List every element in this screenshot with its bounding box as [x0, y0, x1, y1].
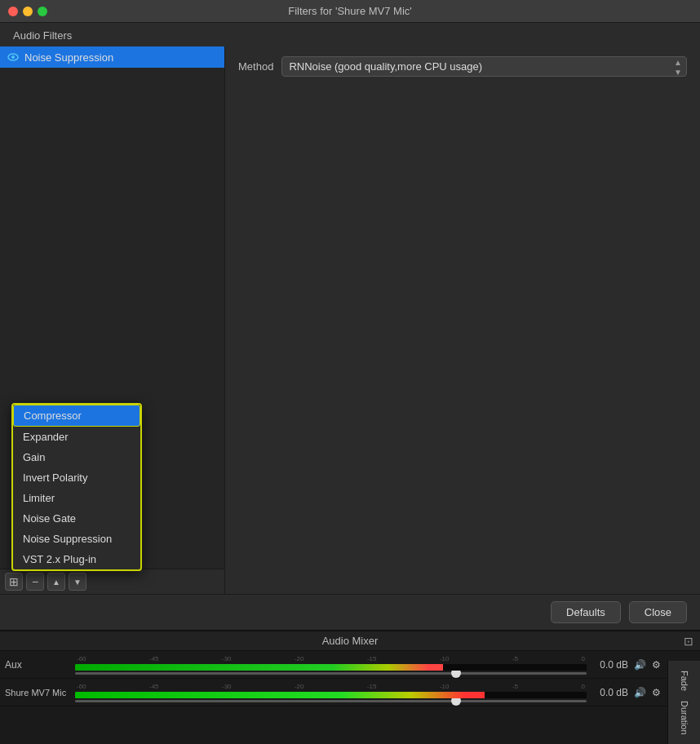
mixer-channel-aux: Aux -60 -45 -30 -20 -15 -10 -5 0	[0, 651, 667, 679]
down-icon: ▼	[73, 578, 82, 587]
mixer-window-icon[interactable]: ⊡	[684, 635, 693, 648]
channel-shure-meter	[75, 692, 587, 698]
add-icon: ⊞	[9, 575, 19, 588]
minimize-window-btn[interactable]	[23, 7, 33, 16]
channel-shure-slider[interactable]	[75, 700, 587, 702]
channel-aux-meter-container: -60 -45 -30 -20 -15 -10 -5 0	[75, 655, 587, 675]
dropdown-item-limiter[interactable]: Limiter	[13, 488, 140, 508]
dropdown-item-noise-gate[interactable]: Noise Gate	[13, 508, 140, 529]
mixer-channel-shure: Shure MV7 Mic -60 -45 -30 -20 -15 -10 -5…	[0, 679, 667, 706]
channel-aux-slider-row	[75, 672, 587, 675]
channel-shure-meter-container: -60 -45 -30 -20 -15 -10 -5 0	[75, 683, 587, 702]
channel-shure-scale: -60 -45 -30 -20 -15 -10 -5 0	[75, 683, 587, 690]
left-toolbar: ⊞ − ▲ ▼	[0, 569, 224, 594]
title-bar: Filters for 'Shure MV7 Mic'	[0, 0, 700, 23]
filter-item-noise-suppression[interactable]: Noise Suppression	[0, 46, 224, 68]
method-select-wrapper: RNNoise (good quality,more CPU usage)Spe…	[281, 56, 687, 77]
fade-button[interactable]: Fade	[678, 667, 691, 694]
dropdown-item-vst-plugin[interactable]: VST 2.x Plug-in	[13, 549, 140, 569]
eye-icon	[7, 51, 20, 64]
mixer-body: Aux -60 -45 -30 -20 -15 -10 -5 0	[0, 651, 700, 744]
side-buttons: Fade Duration	[667, 661, 700, 744]
channel-aux-name: Aux	[5, 659, 70, 671]
dropdown-item-expander[interactable]: Expander	[13, 427, 140, 447]
dropdown-item-noise-suppression[interactable]: Noise Suppression	[13, 529, 140, 549]
channel-aux-slider[interactable]	[75, 672, 587, 675]
dropdown-item-compressor[interactable]: Compressor	[13, 405, 140, 427]
main-content: Noise Suppression ⊞ − ▲ ▼ Co	[0, 46, 700, 594]
method-row: Method RNNoise (good quality,more CPU us…	[238, 56, 687, 77]
dropdown-item-gain[interactable]: Gain	[13, 447, 140, 467]
minus-icon: −	[32, 575, 38, 588]
close-button[interactable]: Close	[629, 601, 687, 623]
window-title: Filters for 'Shure MV7 Mic'	[288, 5, 412, 17]
add-filter-btn[interactable]: ⊞	[5, 573, 23, 591]
channel-aux-meter-fill	[75, 664, 443, 671]
channel-aux-mute[interactable]: 🔊	[633, 658, 646, 671]
channel-aux-meter	[75, 664, 587, 671]
right-panel: Method RNNoise (good quality,more CPU us…	[225, 46, 700, 594]
audio-mixer-header: Audio Mixer ⊡	[0, 631, 700, 651]
remove-filter-btn[interactable]: −	[26, 573, 44, 591]
method-select[interactable]: RNNoise (good quality,more CPU usage)Spe…	[281, 56, 687, 77]
audio-mixer-title: Audio Mixer	[322, 635, 379, 647]
filter-window: Audio Filters Noise Suppression ⊞	[0, 23, 700, 744]
channel-shure-mute[interactable]: 🔊	[633, 686, 646, 699]
svg-point-1	[11, 55, 15, 59]
window-controls	[8, 7, 47, 16]
channel-aux-scale: -60 -45 -30 -20 -15 -10 -5 0	[75, 655, 587, 662]
channel-shure-controls: 🔊 ⚙	[633, 686, 662, 699]
mixer-channels: Aux -60 -45 -30 -20 -15 -10 -5 0	[0, 651, 700, 744]
audio-mixer-panel: Audio Mixer ⊡ Aux -60 -45 -30 -20 -15 -	[0, 630, 700, 744]
defaults-button[interactable]: Defaults	[551, 601, 621, 623]
channel-shure-name: Shure MV7 Mic	[5, 688, 70, 698]
channel-aux-controls: 🔊 ⚙	[633, 658, 662, 671]
filter-item-label: Noise Suppression	[24, 51, 113, 64]
close-window-btn[interactable]	[8, 7, 18, 16]
dropdown-item-invert-polarity[interactable]: Invert Polarity	[13, 467, 140, 488]
filter-type-dropdown: Compressor Expander Gain Invert Polarity…	[11, 403, 142, 571]
channel-shure-db: 0.0 dB	[591, 687, 628, 698]
channel-aux-db: 0.0 dB	[591, 659, 628, 671]
maximize-window-btn[interactable]	[38, 7, 47, 16]
bottom-buttons: Defaults Close	[0, 594, 700, 630]
channel-shure-meter-fill	[75, 692, 485, 698]
audio-filters-label: Audio Filters	[0, 23, 700, 46]
channel-shure-settings[interactable]: ⚙	[649, 686, 662, 699]
move-up-btn[interactable]: ▲	[47, 573, 65, 591]
channel-aux-settings[interactable]: ⚙	[649, 658, 662, 671]
method-label: Method	[238, 60, 273, 73]
move-down-btn[interactable]: ▼	[69, 573, 86, 591]
duration-button[interactable]: Duration	[678, 698, 691, 738]
left-panel: Noise Suppression ⊞ − ▲ ▼ Co	[0, 46, 225, 594]
up-icon: ▲	[52, 578, 60, 587]
channel-shure-slider-row	[75, 700, 587, 702]
